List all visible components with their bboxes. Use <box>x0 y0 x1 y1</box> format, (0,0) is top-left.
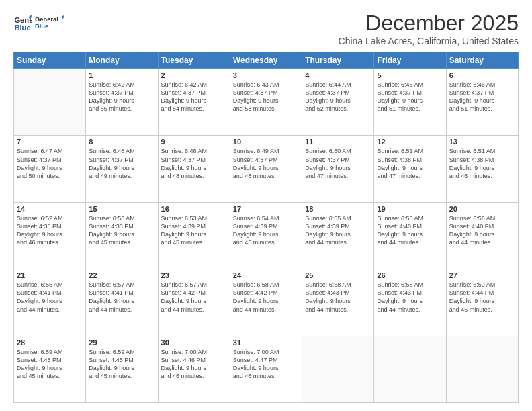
cell-info: Sunrise: 6:58 AMSunset: 4:43 PMDaylight:… <box>377 281 443 314</box>
calendar-cell: 25Sunrise: 6:58 AMSunset: 4:43 PMDayligh… <box>302 269 374 336</box>
calendar-cell: 9Sunrise: 6:48 AMSunset: 4:37 PMDaylight… <box>158 136 230 202</box>
cell-info: Sunrise: 6:47 AMSunset: 4:37 PMDaylight:… <box>17 147 83 180</box>
weekday-header-sunday: Sunday <box>14 52 86 69</box>
day-number: 29 <box>89 338 154 347</box>
cell-info: Sunrise: 6:43 AMSunset: 4:37 PMDaylight:… <box>233 81 299 113</box>
cell-info: Sunrise: 6:56 AMSunset: 4:40 PMDaylight:… <box>449 214 515 247</box>
weekday-header-saturday: Saturday <box>446 52 518 69</box>
cell-info: Sunrise: 6:58 AMSunset: 4:43 PMDaylight:… <box>305 281 371 314</box>
calendar-cell <box>446 336 518 402</box>
location-title: China Lake Acres, California, United Sta… <box>339 36 519 46</box>
calendar-cell <box>14 69 86 136</box>
cell-info: Sunrise: 6:51 AMSunset: 4:38 PMDaylight:… <box>377 147 443 180</box>
calendar-cell: 8Sunrise: 6:48 AMSunset: 4:37 PMDaylight… <box>86 136 158 202</box>
calendar-cell <box>302 336 374 402</box>
calendar-cell: 2Sunrise: 6:42 AMSunset: 4:37 PMDaylight… <box>158 69 230 136</box>
cell-info: Sunrise: 6:59 AMSunset: 4:44 PMDaylight:… <box>449 281 515 314</box>
cell-info: Sunrise: 6:45 AMSunset: 4:37 PMDaylight:… <box>377 81 443 113</box>
day-number: 11 <box>305 138 371 146</box>
day-number: 9 <box>161 138 227 146</box>
day-number: 23 <box>161 271 227 279</box>
calendar-cell: 27Sunrise: 6:59 AMSunset: 4:44 PMDayligh… <box>446 269 518 336</box>
svg-text:Blue: Blue <box>14 24 30 32</box>
day-number: 8 <box>89 138 154 146</box>
cell-info: Sunrise: 6:55 AMSunset: 4:39 PMDaylight:… <box>305 214 371 247</box>
calendar-cell: 7Sunrise: 6:47 AMSunset: 4:37 PMDaylight… <box>14 136 86 202</box>
calendar-cell: 20Sunrise: 6:56 AMSunset: 4:40 PMDayligh… <box>446 202 518 269</box>
day-number: 25 <box>305 271 371 279</box>
logo-svg: General Blue <box>35 11 64 35</box>
day-number: 27 <box>449 271 515 279</box>
calendar-cell: 31Sunrise: 7:00 AMSunset: 4:47 PMDayligh… <box>230 336 302 402</box>
title-block: December 2025 China Lake Acres, Californ… <box>339 11 519 46</box>
header: General Blue General Blue December 2025 … <box>13 11 519 46</box>
calendar-week-4: 21Sunrise: 6:56 AMSunset: 4:41 PMDayligh… <box>14 269 519 336</box>
calendar-cell: 10Sunrise: 6:49 AMSunset: 4:37 PMDayligh… <box>230 136 302 202</box>
calendar-cell: 18Sunrise: 6:55 AMSunset: 4:39 PMDayligh… <box>302 202 374 269</box>
day-number: 10 <box>233 138 299 146</box>
calendar-cell: 29Sunrise: 6:59 AMSunset: 4:45 PMDayligh… <box>86 336 158 402</box>
svg-text:General: General <box>35 16 58 23</box>
calendar-cell: 12Sunrise: 6:51 AMSunset: 4:38 PMDayligh… <box>374 136 446 202</box>
day-number: 30 <box>161 338 227 347</box>
day-number: 28 <box>17 338 83 347</box>
cell-info: Sunrise: 6:49 AMSunset: 4:37 PMDaylight:… <box>233 147 299 180</box>
calendar-table: SundayMondayTuesdayWednesdayThursdayFrid… <box>13 52 519 403</box>
cell-info: Sunrise: 6:48 AMSunset: 4:37 PMDaylight:… <box>161 147 227 180</box>
cell-info: Sunrise: 6:52 AMSunset: 4:38 PMDaylight:… <box>17 214 83 247</box>
day-number: 1 <box>89 71 154 79</box>
day-number: 2 <box>161 71 227 79</box>
calendar-week-3: 14Sunrise: 6:52 AMSunset: 4:38 PMDayligh… <box>14 202 519 269</box>
logo: General Blue General Blue <box>13 11 64 35</box>
day-number: 17 <box>233 205 299 213</box>
day-number: 24 <box>233 271 299 279</box>
cell-info: Sunrise: 6:42 AMSunset: 4:37 PMDaylight:… <box>161 81 227 113</box>
calendar-cell: 16Sunrise: 6:53 AMSunset: 4:39 PMDayligh… <box>158 202 230 269</box>
cell-info: Sunrise: 6:57 AMSunset: 4:41 PMDaylight:… <box>89 281 154 314</box>
cell-info: Sunrise: 6:48 AMSunset: 4:37 PMDaylight:… <box>89 147 154 180</box>
cell-info: Sunrise: 6:59 AMSunset: 4:45 PMDaylight:… <box>17 348 83 381</box>
weekday-header-tuesday: Tuesday <box>158 52 230 69</box>
calendar-cell <box>374 336 446 402</box>
day-number: 4 <box>305 71 371 79</box>
day-number: 6 <box>449 71 515 79</box>
weekday-header-row: SundayMondayTuesdayWednesdayThursdayFrid… <box>14 52 519 69</box>
day-number: 19 <box>377 205 443 213</box>
calendar-cell: 17Sunrise: 6:54 AMSunset: 4:39 PMDayligh… <box>230 202 302 269</box>
weekday-header-monday: Monday <box>86 52 158 69</box>
svg-text:Blue: Blue <box>35 23 48 30</box>
cell-info: Sunrise: 6:44 AMSunset: 4:37 PMDaylight:… <box>305 81 371 113</box>
calendar-cell: 3Sunrise: 6:43 AMSunset: 4:37 PMDaylight… <box>230 69 302 136</box>
calendar-cell: 13Sunrise: 6:51 AMSunset: 4:38 PMDayligh… <box>446 136 518 202</box>
cell-info: Sunrise: 6:57 AMSunset: 4:42 PMDaylight:… <box>161 281 227 314</box>
day-number: 16 <box>161 205 227 213</box>
calendar-cell: 23Sunrise: 6:57 AMSunset: 4:42 PMDayligh… <box>158 269 230 336</box>
calendar-cell: 6Sunrise: 6:46 AMSunset: 4:37 PMDaylight… <box>446 69 518 136</box>
weekday-header-friday: Friday <box>374 52 446 69</box>
cell-info: Sunrise: 6:58 AMSunset: 4:42 PMDaylight:… <box>233 281 299 314</box>
calendar-cell: 14Sunrise: 6:52 AMSunset: 4:38 PMDayligh… <box>14 202 86 269</box>
cell-info: Sunrise: 6:56 AMSunset: 4:41 PMDaylight:… <box>17 281 83 314</box>
day-number: 21 <box>17 271 83 279</box>
calendar-week-1: 1Sunrise: 6:42 AMSunset: 4:37 PMDaylight… <box>14 69 519 136</box>
calendar-cell: 5Sunrise: 6:45 AMSunset: 4:37 PMDaylight… <box>374 69 446 136</box>
cell-info: Sunrise: 6:50 AMSunset: 4:37 PMDaylight:… <box>305 147 371 180</box>
calendar-cell: 24Sunrise: 6:58 AMSunset: 4:42 PMDayligh… <box>230 269 302 336</box>
day-number: 7 <box>17 138 83 146</box>
day-number: 12 <box>377 138 443 146</box>
calendar-week-2: 7Sunrise: 6:47 AMSunset: 4:37 PMDaylight… <box>14 136 519 202</box>
day-number: 26 <box>377 271 443 279</box>
calendar-cell: 19Sunrise: 6:55 AMSunset: 4:40 PMDayligh… <box>374 202 446 269</box>
calendar-cell: 15Sunrise: 6:53 AMSunset: 4:38 PMDayligh… <box>86 202 158 269</box>
calendar-cell: 22Sunrise: 6:57 AMSunset: 4:41 PMDayligh… <box>86 269 158 336</box>
cell-info: Sunrise: 6:53 AMSunset: 4:39 PMDaylight:… <box>161 214 227 247</box>
calendar-cell: 26Sunrise: 6:58 AMSunset: 4:43 PMDayligh… <box>374 269 446 336</box>
weekday-header-thursday: Thursday <box>302 52 374 69</box>
cell-info: Sunrise: 6:51 AMSunset: 4:38 PMDaylight:… <box>449 147 515 180</box>
calendar-cell: 11Sunrise: 6:50 AMSunset: 4:37 PMDayligh… <box>302 136 374 202</box>
svg-marker-5 <box>62 15 64 19</box>
logo-icon: General Blue <box>13 13 32 32</box>
day-number: 3 <box>233 71 299 79</box>
calendar-cell: 30Sunrise: 7:00 AMSunset: 4:46 PMDayligh… <box>158 336 230 402</box>
day-number: 18 <box>305 205 371 213</box>
